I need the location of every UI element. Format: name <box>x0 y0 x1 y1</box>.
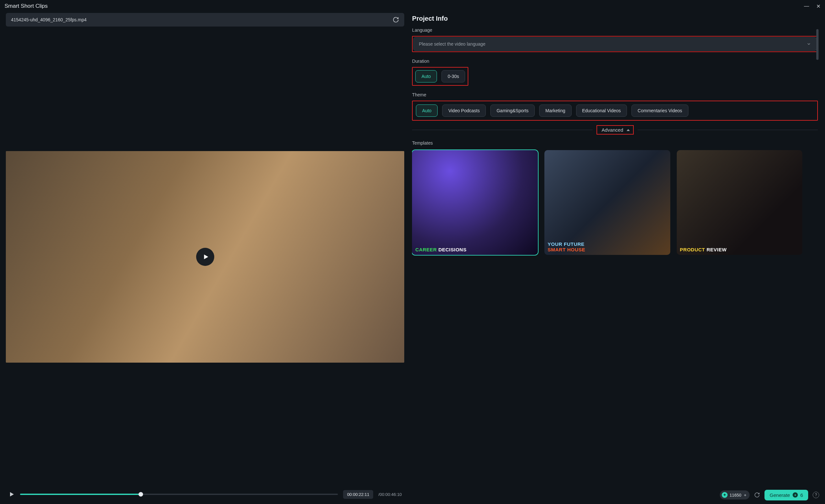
seek-fill <box>20 494 141 495</box>
template-caption-2: YOUR FUTURE SMART HOUSE <box>544 241 670 252</box>
bottom-bar: ✦ 11650 + Generate ✦ 6 ? <box>412 486 819 501</box>
help-icon[interactable]: ? <box>813 492 819 498</box>
file-name: 4154245-uhd_4096_2160_25fps.mp4 <box>11 17 87 22</box>
duration-chip-0-30s[interactable]: 0-30s <box>442 70 465 82</box>
template-caption-1: CAREER DECISIONS <box>412 247 538 252</box>
duration-label: Duration <box>412 59 818 64</box>
duration-chips: Auto 0-30s <box>412 68 468 85</box>
duration-chip-auto[interactable]: Auto <box>415 70 437 82</box>
theme-chip-educational[interactable]: Educational Videos <box>576 104 627 117</box>
refresh-icon[interactable] <box>393 16 399 23</box>
theme-label: Theme <box>412 92 818 97</box>
play-icon <box>202 253 209 260</box>
language-highlight: Please select the video language <box>412 36 818 52</box>
advanced-label: Advanced <box>602 127 623 133</box>
advanced-toggle[interactable]: Advanced <box>597 125 634 135</box>
generate-cost: 6 <box>801 492 803 498</box>
window-title: Smart Short Clips <box>5 3 48 9</box>
minimize-icon[interactable]: — <box>804 3 809 9</box>
cost-badge-icon: ✦ <box>793 492 798 498</box>
templates-label: Templates <box>412 141 818 146</box>
right-scroll: Project Info Language Please select the … <box>412 13 819 486</box>
divider-left <box>412 130 592 130</box>
chevron-down-icon <box>807 42 811 46</box>
project-heading: Project Info <box>412 15 818 22</box>
seek-thumb[interactable] <box>139 492 143 497</box>
duration-highlight: Auto 0-30s <box>412 67 468 86</box>
main-content: 4154245-uhd_4096_2160_25fps.mp4 00:00:22… <box>0 12 825 504</box>
play-overlay-button[interactable] <box>196 248 214 266</box>
language-placeholder: Please select the video language <box>419 41 485 47</box>
right-panel: Project Info Language Please select the … <box>412 13 819 501</box>
advanced-row: Advanced <box>412 125 818 135</box>
transport-bar: 00:00:22:11 /00:00:46:10 <box>6 487 404 501</box>
divider-right <box>638 130 818 130</box>
current-time: 00:00:22:11 <box>343 490 373 499</box>
play-button[interactable] <box>8 491 15 498</box>
close-icon[interactable]: ✕ <box>816 3 820 9</box>
preview-area <box>6 30 404 484</box>
coin-icon: ✦ <box>722 492 728 498</box>
coin-count: 11650 <box>730 493 741 498</box>
theme-chip-gaming-sports[interactable]: Gaming&Sports <box>490 104 535 117</box>
coin-balance[interactable]: ✦ 11650 + <box>720 490 750 499</box>
theme-chip-marketing[interactable]: Marketing <box>539 104 571 117</box>
template-card-3[interactable]: PRODUCT REVIEW <box>677 150 803 255</box>
video-preview <box>6 151 404 363</box>
template-caption-3: PRODUCT REVIEW <box>677 247 803 252</box>
titlebar: Smart Short Clips — ✕ <box>0 0 825 12</box>
theme-chips: Auto Video Podcasts Gaming&Sports Market… <box>412 101 817 120</box>
template-card-1[interactable]: CAREER DECISIONS <box>412 150 538 255</box>
file-bar: 4154245-uhd_4096_2160_25fps.mp4 <box>6 13 404 26</box>
total-time: /00:00:46:10 <box>378 492 402 497</box>
theme-chip-video-podcasts[interactable]: Video Podcasts <box>442 104 486 117</box>
generate-button[interactable]: Generate ✦ 6 <box>764 490 808 500</box>
caret-up-icon <box>626 129 630 131</box>
reload-icon[interactable] <box>754 492 760 498</box>
theme-chip-commentaries[interactable]: Commentaries Videos <box>631 104 688 117</box>
templates-row: CAREER DECISIONS YOUR FUTURE SMART HOUSE… <box>412 150 818 255</box>
add-coins-icon[interactable]: + <box>744 493 747 498</box>
app-window: Smart Short Clips — ✕ 4154245-uhd_4096_2… <box>0 0 825 504</box>
language-label: Language <box>412 27 818 33</box>
theme-highlight: Auto Video Podcasts Gaming&Sports Market… <box>412 101 818 121</box>
template-card-2[interactable]: YOUR FUTURE SMART HOUSE <box>544 150 670 255</box>
left-panel: 4154245-uhd_4096_2160_25fps.mp4 00:00:22… <box>6 13 404 501</box>
scrollbar[interactable] <box>816 29 819 60</box>
language-select[interactable]: Please select the video language <box>413 37 817 51</box>
window-controls: — ✕ <box>804 3 820 9</box>
generate-label: Generate <box>770 492 790 498</box>
theme-chip-auto[interactable]: Auto <box>416 104 438 117</box>
seek-bar[interactable] <box>20 494 338 495</box>
